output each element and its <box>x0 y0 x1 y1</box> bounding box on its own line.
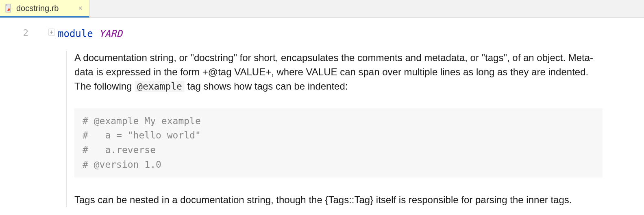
tab-filename: docstring.rb <box>16 4 59 13</box>
line-number: 2 <box>0 28 28 38</box>
close-icon[interactable]: × <box>76 3 84 13</box>
doc-code-block: # @example My example # a = "hello world… <box>74 108 603 178</box>
doc-paragraph-1: A documentation string, or "docstring" f… <box>74 51 603 93</box>
code-content[interactable]: module YARD A documentation string, or "… <box>41 18 644 215</box>
gutter: 2 <box>0 18 41 215</box>
code-line: module YARD <box>41 28 644 40</box>
editor-area: 2 module YARD A documentation string, or… <box>0 18 644 215</box>
editor-tab[interactable]: docstring.rb × <box>0 0 89 18</box>
inline-code-tag: @example <box>135 81 185 92</box>
doc-text-part2: tag shows how tags can be indented: <box>185 81 348 92</box>
module-name: YARD <box>99 28 122 39</box>
tab-bar: docstring.rb × <box>0 0 644 18</box>
documentation-popup: A documentation string, or "docstring" f… <box>66 51 603 207</box>
keyword-module: module <box>58 28 93 39</box>
ruby-file-icon <box>3 3 13 13</box>
doc-paragraph-2: Tags can be nested in a documentation st… <box>74 193 603 207</box>
